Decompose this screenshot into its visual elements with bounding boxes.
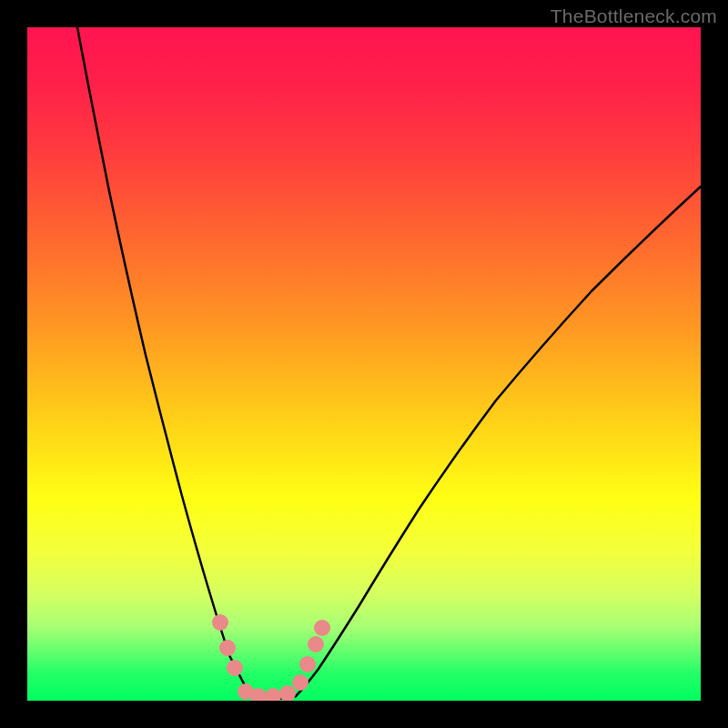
svg-point-1	[219, 640, 236, 656]
svg-point-5	[265, 688, 281, 701]
watermark-text: TheBottleneck.com	[551, 5, 717, 27]
curve-right-branch	[296, 187, 701, 696]
svg-point-6	[279, 685, 296, 701]
svg-point-2	[227, 660, 243, 676]
chart-frame: TheBottleneck.com	[0, 0, 728, 728]
svg-point-0	[212, 614, 228, 631]
svg-point-8	[299, 656, 316, 672]
svg-point-9	[308, 636, 324, 652]
curve-left-branch	[77, 27, 253, 696]
chart-svg	[27, 27, 701, 701]
plot-area	[27, 27, 701, 701]
svg-point-7	[292, 674, 308, 691]
svg-point-10	[314, 620, 330, 636]
